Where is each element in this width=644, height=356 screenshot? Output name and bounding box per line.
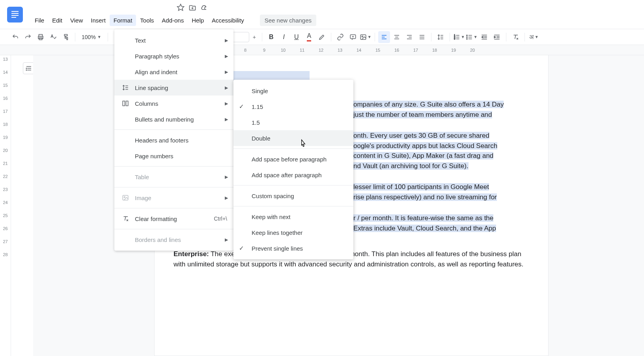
ruler-mark: 24 xyxy=(0,200,11,213)
insert-link-button[interactable] xyxy=(334,31,346,43)
body-text: rise plans respectively) and no live str… xyxy=(353,193,497,201)
ruler-mark: 20 xyxy=(0,148,11,161)
line-spacing-icon xyxy=(121,84,130,91)
ruler-mark: 12 xyxy=(312,48,330,52)
body-text: content in G Suite), App Maker (a fast d… xyxy=(353,152,493,159)
move-folder-icon[interactable] xyxy=(189,4,196,11)
add-comment-button[interactable] xyxy=(347,31,359,43)
menu-addons[interactable]: Add-ons xyxy=(158,15,188,26)
keep-with-next[interactable]: Keep with next xyxy=(233,209,353,225)
svg-text:3: 3 xyxy=(454,37,455,40)
input-tools-button[interactable]: अ▼ xyxy=(528,31,540,43)
ruler-mark: 23 xyxy=(0,187,11,200)
spacing-double[interactable]: Double xyxy=(233,130,353,146)
line-spacing-button[interactable] xyxy=(435,31,446,43)
ruler-mark: 11 xyxy=(293,48,312,52)
font-size-increase[interactable]: + xyxy=(250,32,259,42)
format-bullets-numbering[interactable]: Bullets and numbering▶ xyxy=(114,111,233,127)
svg-marker-43 xyxy=(494,36,496,38)
ruler-mark: 20 xyxy=(463,48,482,52)
prevent-single-lines[interactable]: ✓Prevent single lines xyxy=(233,240,353,256)
body-text: r / per month. It is feature-wise the sa… xyxy=(353,214,493,222)
bulleted-list-button[interactable]: ▼ xyxy=(466,31,478,43)
keep-lines-together[interactable]: Keep lines together xyxy=(233,225,353,240)
outline-toggle[interactable] xyxy=(11,55,33,356)
format-borders-lines: Borders and lines▶ xyxy=(114,232,233,247)
menu-view[interactable]: View xyxy=(66,15,87,26)
redo-button[interactable] xyxy=(22,31,34,43)
check-icon: ✓ xyxy=(239,103,244,110)
ruler-mark: 15 xyxy=(368,48,387,52)
highlight-color-button[interactable] xyxy=(316,31,328,43)
spacing-1-15[interactable]: ✓1.15 xyxy=(233,99,353,114)
align-left-button[interactable] xyxy=(378,31,390,43)
ruler-mark: 17 xyxy=(406,48,425,52)
ruler-mark: 17 xyxy=(0,109,11,122)
body-text: onth. Every user gets 30 GB of secure sh… xyxy=(353,132,489,139)
menu-file[interactable]: File xyxy=(31,15,48,26)
star-icon[interactable] xyxy=(177,4,185,11)
vertical-ruler: 13141516171819202122232425262728 xyxy=(0,55,11,356)
numbered-list-button[interactable]: 123▼ xyxy=(453,31,465,43)
spacing-1-5[interactable]: 1.5 xyxy=(233,114,353,130)
custom-spacing[interactable]: Custom spacing xyxy=(233,188,353,204)
text-color-button[interactable]: A xyxy=(303,31,315,43)
font-size-input[interactable] xyxy=(232,32,249,42)
format-headers-footers[interactable]: Headers and footers xyxy=(114,132,233,148)
svg-marker-0 xyxy=(177,4,184,10)
format-table: Table▶ xyxy=(114,169,233,185)
body-text: oogle's productivity apps but lacks Clou… xyxy=(353,142,497,150)
svg-point-32 xyxy=(467,36,467,37)
menu-insert[interactable]: Insert xyxy=(87,15,110,26)
svg-point-31 xyxy=(467,35,467,36)
horizontal-ruler: 4567891011121314151617181920 xyxy=(0,45,644,55)
format-columns[interactable]: Columns▶ xyxy=(114,96,233,111)
decrease-indent-button[interactable] xyxy=(478,31,490,43)
align-right-button[interactable] xyxy=(403,31,415,43)
ruler-mark: 27 xyxy=(0,239,11,252)
add-space-after[interactable]: Add space after paragraph xyxy=(233,167,353,183)
align-center-button[interactable] xyxy=(391,31,403,43)
underline-button[interactable]: U xyxy=(291,31,302,43)
undo-button[interactable] xyxy=(9,31,21,43)
ruler-mark: 13 xyxy=(0,57,11,70)
format-page-numbers[interactable]: Page numbers xyxy=(114,148,233,164)
body-text: Extras include Vault, Cloud Search, and … xyxy=(353,225,496,232)
italic-button[interactable]: I xyxy=(278,31,290,43)
format-text[interactable]: Text▶ xyxy=(114,32,233,48)
format-clear-formatting[interactable]: Clear formattingCtrl+\ xyxy=(114,211,233,227)
cloud-status-icon[interactable] xyxy=(200,4,208,11)
format-align-indent[interactable]: Align and indent▶ xyxy=(114,64,233,80)
align-justify-button[interactable] xyxy=(416,31,428,43)
see-new-changes[interactable]: See new changes xyxy=(260,15,316,26)
ruler-mark: 9 xyxy=(255,48,274,52)
print-button[interactable] xyxy=(35,31,47,43)
insert-image-button[interactable]: ▼ xyxy=(360,31,371,43)
menu-edit[interactable]: Edit xyxy=(48,15,66,26)
menu-format[interactable]: Format xyxy=(110,15,136,26)
format-paragraph-styles[interactable]: Paragraph styles▶ xyxy=(114,48,233,64)
body-text: just the number of team members anytime … xyxy=(353,111,492,118)
ruler-mark: 14 xyxy=(0,70,11,83)
menu-accessibility[interactable]: Accessibility xyxy=(208,15,248,26)
format-line-spacing[interactable]: Line spacing▶ xyxy=(114,80,233,96)
menubar: File Edit View Insert Format Tools Add-o… xyxy=(31,13,316,28)
spellcheck-button[interactable] xyxy=(47,31,59,43)
spacing-single[interactable]: Single xyxy=(233,83,353,99)
body-text: nd Vault (an archiving tool for G Suite)… xyxy=(353,162,469,170)
svg-point-47 xyxy=(26,68,27,69)
app-header: File Edit View Insert Format Tools Add-o… xyxy=(0,0,644,29)
clear-formatting-button[interactable] xyxy=(510,31,521,43)
ruler-mark: 16 xyxy=(0,96,11,109)
menu-tools[interactable]: Tools xyxy=(136,15,158,26)
docs-logo[interactable] xyxy=(7,7,23,22)
increase-indent-button[interactable] xyxy=(491,31,503,43)
bold-button[interactable]: B xyxy=(265,31,277,43)
add-space-before[interactable]: Add space before paragraph xyxy=(233,151,353,167)
svg-marker-38 xyxy=(482,36,483,38)
menu-help[interactable]: Help xyxy=(188,15,208,26)
paint-format-button[interactable] xyxy=(60,31,72,43)
zoom-select[interactable]: 100%▼ xyxy=(78,34,105,40)
toolbar: 100%▼ − + B I U A ▼ 123▼ ▼ अ▼ xyxy=(0,29,644,45)
ruler-mark: 14 xyxy=(349,48,368,52)
